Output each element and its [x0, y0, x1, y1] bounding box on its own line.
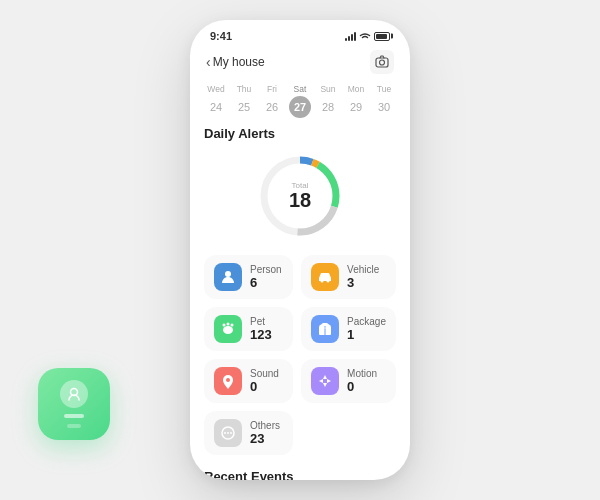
- battery-icon: [374, 32, 390, 41]
- alert-card-others: Others 23: [204, 411, 293, 455]
- svg-point-22: [230, 432, 232, 434]
- vehicle-info: Vehicle 3: [347, 264, 379, 290]
- back-arrow-icon: ‹: [206, 54, 211, 70]
- motion-icon: [311, 367, 339, 395]
- cal-day-fri[interactable]: Fri 26: [261, 84, 283, 118]
- cal-day-tue[interactable]: Tue 30: [373, 84, 395, 118]
- cal-day-sun[interactable]: Sun 28: [317, 84, 339, 118]
- daily-alerts-title: Daily Alerts: [204, 126, 396, 141]
- sound-info: Sound 0: [250, 368, 279, 394]
- header: ‹ My house: [190, 46, 410, 80]
- alert-grid: Person 6 Vehicle 3: [204, 255, 396, 455]
- scroll-content[interactable]: Daily Alerts: [190, 126, 410, 480]
- wifi-icon: [359, 31, 371, 41]
- alert-card-vehicle: Vehicle 3: [301, 255, 396, 299]
- alert-card-motion: Motion 0: [301, 359, 396, 403]
- alert-card-package: Package 1: [301, 307, 396, 351]
- package-icon: [311, 315, 339, 343]
- scene: 9:41 ‹: [0, 0, 600, 500]
- others-info: Others 23: [250, 420, 280, 446]
- cal-day-mon[interactable]: Mon 29: [345, 84, 367, 118]
- svg-point-13: [231, 324, 234, 327]
- alert-card-sound: Sound 0: [204, 359, 293, 403]
- recent-events-section: Recent Events Person Vehicle Pet: [204, 469, 396, 480]
- motion-info: Motion 0: [347, 368, 377, 394]
- svg-point-12: [223, 324, 226, 327]
- cal-day-sat[interactable]: Sat 27: [289, 84, 311, 118]
- others-icon: [214, 419, 242, 447]
- status-bar: 9:41: [190, 20, 410, 46]
- recent-events-title: Recent Events: [204, 469, 396, 480]
- donut-chart-container: Total 18: [204, 151, 396, 241]
- pet-icon: [214, 315, 242, 343]
- device-icon: [60, 380, 88, 408]
- green-device: [38, 368, 110, 440]
- donut-center: Total 18: [289, 181, 311, 211]
- svg-point-18: [226, 378, 230, 382]
- donut-total: 18: [289, 189, 311, 211]
- svg-rect-1: [376, 58, 388, 67]
- svg-point-11: [223, 326, 233, 334]
- donut-chart: Total 18: [255, 151, 345, 241]
- pet-info: Pet 123: [250, 316, 272, 342]
- alert-card-pet: Pet 123: [204, 307, 293, 351]
- calendar-strip: Wed 24 Thu 25 Fri 26 Sat 27 Sun 28 Mon 2…: [190, 80, 410, 126]
- svg-point-8: [225, 271, 231, 277]
- signal-icon: [345, 31, 356, 41]
- phone-shell: 9:41 ‹: [190, 20, 410, 480]
- svg-point-9: [321, 280, 324, 283]
- person-info: Person 6: [250, 264, 282, 290]
- person-icon: [214, 263, 242, 291]
- back-button[interactable]: ‹ My house: [206, 54, 265, 70]
- vehicle-icon: [311, 263, 339, 291]
- camera-icon: [375, 55, 389, 69]
- alert-card-person: Person 6: [204, 255, 293, 299]
- svg-point-2: [380, 60, 385, 65]
- device-bar: [64, 414, 84, 418]
- package-info: Package 1: [347, 316, 386, 342]
- cal-day-thu[interactable]: Thu 25: [233, 84, 255, 118]
- svg-point-14: [227, 323, 230, 326]
- svg-point-20: [224, 432, 226, 434]
- status-icons: [345, 31, 390, 41]
- svg-point-21: [227, 432, 229, 434]
- status-time: 9:41: [210, 30, 232, 42]
- camera-settings-button[interactable]: [370, 50, 394, 74]
- cal-day-wed[interactable]: Wed 24: [205, 84, 227, 118]
- device-bar2: [67, 424, 81, 428]
- header-title: My house: [213, 55, 265, 69]
- svg-point-10: [327, 280, 330, 283]
- sound-icon: [214, 367, 242, 395]
